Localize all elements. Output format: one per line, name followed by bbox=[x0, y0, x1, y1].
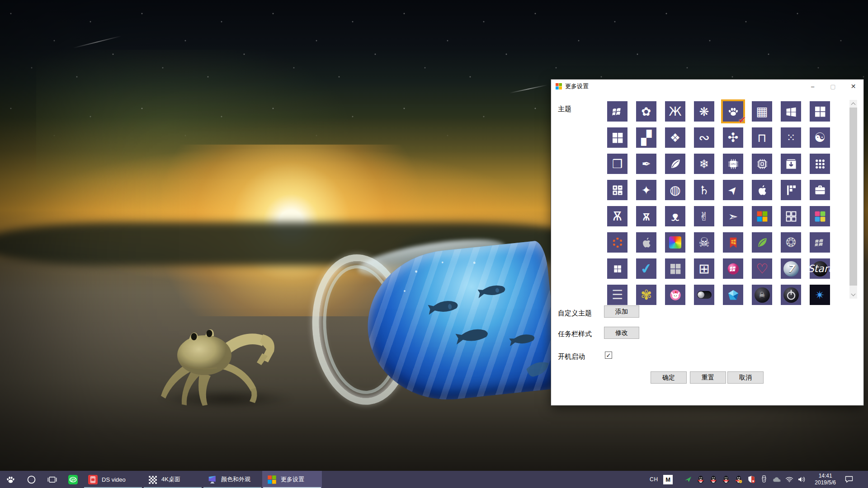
start-button[interactable] bbox=[0, 471, 21, 488]
taskbar-app-更多设置[interactable]: 更多设置 bbox=[262, 471, 322, 488]
theme-tile-spider-web[interactable]: ❋ bbox=[694, 101, 714, 122]
theme-tile-windows-tiles-small[interactable] bbox=[607, 258, 627, 279]
modify-button[interactable]: 修改 bbox=[604, 327, 639, 339]
theme-tile-seven-orb[interactable]: 7 bbox=[781, 258, 801, 279]
theme-tile-grid-outline[interactable]: ⊞ bbox=[694, 258, 714, 279]
theme-tile-paw[interactable] bbox=[723, 101, 743, 122]
maximize-button[interactable]: ▢ bbox=[823, 80, 843, 93]
scroll-up-button[interactable] bbox=[849, 100, 857, 108]
theme-tile-windows-grid[interactable] bbox=[810, 101, 830, 122]
theme-tile-leaf[interactable] bbox=[665, 154, 685, 174]
theme-tile-windows-wave[interactable] bbox=[607, 101, 627, 122]
theme-tile-briefcase[interactable] bbox=[810, 180, 830, 200]
add-button[interactable]: 添加 bbox=[604, 305, 639, 318]
theme-tile-calculator[interactable] bbox=[607, 180, 627, 200]
theme-tile-thumbs-up[interactable]: ✌ bbox=[694, 206, 714, 226]
theme-tile-cube-3d[interactable]: ❒ bbox=[607, 154, 627, 174]
theme-tile-bricks[interactable]: ▦ bbox=[752, 101, 772, 122]
reset-button[interactable]: 重置 bbox=[690, 371, 726, 384]
scroll-down-button[interactable] bbox=[849, 291, 857, 299]
qq-penguin-1-icon[interactable] bbox=[697, 475, 705, 483]
minimize-button[interactable]: – bbox=[802, 80, 823, 93]
theme-tile-chip-outline[interactable] bbox=[752, 154, 772, 174]
action-center-button[interactable] bbox=[841, 475, 857, 483]
theme-tile-yin-yang[interactable]: ☯ bbox=[810, 127, 830, 148]
theme-tile-flag-blocks[interactable] bbox=[781, 180, 801, 200]
theme-tile-swoosh[interactable]: ✔ bbox=[636, 258, 656, 279]
theme-tile-colorful-tiles[interactable] bbox=[810, 206, 830, 226]
theme-tile-saturn[interactable]: ♄ bbox=[694, 180, 714, 200]
cortana-search-button[interactable] bbox=[21, 471, 42, 488]
theme-tile-metal-bars[interactable]: ☰ bbox=[607, 285, 627, 305]
theme-tile-windows-8[interactable] bbox=[781, 101, 801, 122]
qq-penguin-2-icon[interactable] bbox=[709, 475, 717, 483]
theme-tile-nine-dots[interactable] bbox=[810, 154, 830, 174]
theme-tile-checkerboard[interactable]: ▞ bbox=[636, 127, 656, 148]
onedrive-cloud-icon[interactable] bbox=[773, 475, 781, 483]
theme-tile-start-orb[interactable]: Start bbox=[810, 258, 830, 279]
theme-tile-rocket[interactable]: ➤ bbox=[723, 180, 743, 200]
theme-tile-bat[interactable]: Ѫ bbox=[607, 206, 627, 226]
theme-tile-tiles-diamond[interactable]: ❖ bbox=[665, 127, 685, 148]
green-arrow-icon[interactable] bbox=[684, 475, 692, 483]
theme-tile-butterfly-wings[interactable]: ∾ bbox=[694, 127, 714, 148]
ime-language[interactable]: CH bbox=[650, 476, 658, 483]
clock[interactable]: 14:41 2019/5/6 bbox=[815, 473, 836, 486]
theme-tile-blue-star[interactable]: ✴ bbox=[810, 285, 830, 305]
qq-penguin-3-icon[interactable] bbox=[722, 475, 730, 483]
theme-tile-silver-grid[interactable] bbox=[665, 258, 685, 279]
theme-tile-power-button[interactable] bbox=[781, 285, 801, 305]
theme-tile-apple-white[interactable] bbox=[752, 180, 772, 200]
taskbar-app-DS video[interactable]: DS video bbox=[83, 471, 143, 488]
theme-tile-punisher-skull[interactable]: ☠ bbox=[752, 285, 772, 305]
close-button[interactable]: ✕ bbox=[843, 80, 863, 93]
theme-tile-skull-bandana[interactable]: ☠ bbox=[694, 232, 714, 253]
theme-tile-download-box[interactable] bbox=[781, 154, 801, 174]
theme-tile-clover[interactable]: ✣ bbox=[723, 127, 743, 148]
task-view-button[interactable] bbox=[42, 471, 62, 488]
theme-tile-squares-outline[interactable] bbox=[781, 206, 801, 226]
theme-scrollbar[interactable] bbox=[849, 100, 857, 299]
theme-tile-blackberry-dots[interactable]: ⁙ bbox=[781, 127, 801, 148]
theme-tile-cpu-chip[interactable]: CPU bbox=[723, 154, 743, 174]
theme-tile-butterfly[interactable]: Ж bbox=[665, 101, 685, 122]
scrollbar-thumb[interactable] bbox=[849, 108, 857, 286]
theme-tile-rainbow-square[interactable] bbox=[665, 232, 685, 253]
theme-tile-shutter-ring[interactable]: ❂ bbox=[781, 232, 801, 253]
theme-tile-crystal-cube[interactable] bbox=[723, 285, 743, 305]
theme-tile-snowflake[interactable]: ❄ bbox=[694, 154, 714, 174]
theme-tile-hello-kitty[interactable] bbox=[665, 285, 685, 305]
ime-mode-badge[interactable]: M bbox=[663, 475, 673, 484]
theme-tile-yellow-flower[interactable]: ✾ bbox=[636, 285, 656, 305]
theme-tile-four-squares[interactable] bbox=[607, 127, 627, 148]
dialog-titlebar[interactable]: 更多设置 – ▢ ✕ bbox=[551, 80, 863, 93]
taskbar-pinned-iqiyi[interactable]: QIY bbox=[62, 471, 83, 488]
theme-tile-apple-silver[interactable] bbox=[636, 232, 656, 253]
cancel-button[interactable]: 取消 bbox=[727, 371, 764, 384]
theme-tile-toggle-switch[interactable] bbox=[694, 285, 714, 305]
volume-icon[interactable] bbox=[798, 475, 806, 483]
theme-tile-windows-silver[interactable] bbox=[810, 232, 830, 253]
taskbar-app-颜色和外观[interactable]: 颜色和外观 bbox=[203, 471, 262, 488]
theme-tile-red-banner[interactable] bbox=[723, 232, 743, 253]
theme-tile-ubuntu[interactable] bbox=[607, 232, 627, 253]
autostart-checkbox[interactable] bbox=[605, 352, 612, 359]
theme-tile-bat-outline[interactable]: ѫ bbox=[636, 206, 656, 226]
qq-penguin-coin-icon[interactable] bbox=[735, 475, 743, 483]
usb-device-icon[interactable] bbox=[760, 475, 768, 483]
theme-tile-heart[interactable]: ♡ bbox=[752, 258, 772, 279]
theme-tile-planet[interactable]: ◍ bbox=[665, 180, 685, 200]
taskbar-app-4K桌面[interactable]: 4K桌面 bbox=[143, 471, 203, 488]
theme-tile-puzzle[interactable]: ✦ bbox=[636, 180, 656, 200]
theme-tile-flower[interactable]: ✿ bbox=[636, 101, 656, 122]
theme-tile-android[interactable]: ⊓ bbox=[752, 127, 772, 148]
theme-tile-quill[interactable]: ✒ bbox=[636, 154, 656, 174]
wifi-icon[interactable] bbox=[785, 475, 793, 483]
ok-button[interactable]: 确定 bbox=[651, 371, 687, 384]
theme-tile-green-leaf[interactable] bbox=[752, 232, 772, 253]
theme-tile-eagle[interactable]: ➣ bbox=[723, 206, 743, 226]
security-shield-alert-icon[interactable] bbox=[747, 475, 755, 483]
theme-tile-windows-orb-pink[interactable] bbox=[723, 258, 743, 279]
theme-tile-mask[interactable]: ᴥ bbox=[665, 206, 685, 226]
theme-tile-windows-colorful[interactable] bbox=[752, 206, 772, 226]
